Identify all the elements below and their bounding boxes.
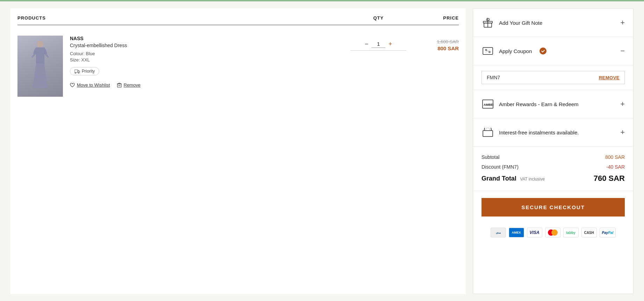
original-price: 1,600 SAR bbox=[406, 39, 459, 44]
product-details: NASS Crystal-embellished Dress Colour: B… bbox=[70, 36, 350, 88]
instalments-row[interactable]: Interest-free instalments available. + bbox=[473, 118, 633, 147]
col-price-header: PRICE bbox=[406, 15, 459, 21]
paypal-payment-icon: PayPal bbox=[600, 228, 616, 237]
amber-rewards-label: Amber Rewards - Earn & Redeem bbox=[499, 101, 579, 107]
product-image bbox=[17, 36, 63, 97]
apply-coupon-label: Apply Coupon bbox=[499, 48, 532, 54]
svg-point-3 bbox=[78, 73, 79, 74]
coupon-remove-btn[interactable]: REMOVE bbox=[599, 75, 620, 80]
heart-icon bbox=[70, 83, 75, 87]
amber-rewards-row[interactable]: AMBER Amber Rewards - Earn & Redeem + bbox=[473, 90, 633, 118]
subtotal-value: 800 SAR bbox=[605, 154, 625, 160]
svg-point-2 bbox=[75, 73, 76, 74]
coupon-icon bbox=[482, 45, 494, 57]
grand-total-label: Grand Total bbox=[482, 175, 516, 182]
grand-total-label-wrapper: Grand Total VAT inclusive bbox=[482, 175, 545, 182]
product-row: NASS Crystal-embellished Dress Colour: B… bbox=[17, 32, 459, 100]
coupon-applied-badge bbox=[540, 47, 547, 54]
priority-label: Priority bbox=[82, 69, 95, 74]
remove-btn[interactable]: Remove bbox=[117, 82, 140, 88]
qty-wrapper: − 1 + bbox=[350, 36, 406, 51]
checkmark-icon bbox=[541, 49, 545, 53]
left-panel: PRODUCTS QTY PRICE bbox=[10, 8, 466, 294]
instalments-icon bbox=[482, 126, 494, 139]
sale-price: 800 SAR bbox=[406, 45, 459, 51]
truck-icon bbox=[74, 69, 80, 74]
col-products-header: PRODUCTS bbox=[17, 15, 350, 21]
gift-note-label: Add Your Gift Note bbox=[499, 20, 542, 26]
instalments-toggle-btn[interactable]: + bbox=[620, 129, 625, 136]
move-to-wishlist-btn[interactable]: Move to Wishlist bbox=[70, 82, 110, 88]
mada-payment-icon: مدى bbox=[491, 228, 506, 237]
trash-icon bbox=[117, 83, 122, 88]
coupon-input-wrapper: FMN7 REMOVE bbox=[482, 71, 625, 84]
product-image-inner bbox=[17, 36, 63, 97]
apply-coupon-row[interactable]: Apply Coupon − bbox=[473, 37, 633, 65]
qty-controls: − 1 + bbox=[350, 39, 406, 49]
discount-label: Discount (FMN7) bbox=[482, 164, 519, 170]
product-actions: Move to Wishlist Remove bbox=[70, 82, 350, 88]
table-header: PRODUCTS QTY PRICE bbox=[17, 15, 459, 25]
grand-total-value: 760 SAR bbox=[594, 174, 625, 183]
amber-rewards-toggle-btn[interactable]: + bbox=[620, 100, 625, 108]
product-size: Size: XXL bbox=[70, 57, 350, 63]
svg-rect-1 bbox=[74, 70, 78, 72]
discount-value: -40 SAR bbox=[606, 164, 625, 170]
cash-payment-icon: CASH bbox=[581, 228, 597, 237]
qty-decrease-btn[interactable]: − bbox=[362, 39, 371, 49]
gift-note-left: Add Your Gift Note bbox=[482, 16, 542, 29]
visa-payment-icon: VISA bbox=[527, 228, 542, 237]
qty-value: 1 bbox=[371, 40, 385, 48]
tabby-payment-icon: tabby bbox=[563, 228, 579, 237]
price-wrapper: 1,600 SAR 800 SAR bbox=[406, 36, 459, 51]
product-brand: NASS bbox=[70, 36, 350, 41]
svg-text:AMBER: AMBER bbox=[484, 103, 493, 107]
col-qty-header: QTY bbox=[350, 15, 406, 21]
svg-rect-4 bbox=[117, 84, 121, 87]
totals-section: Subtotal 800 SAR Discount (FMN7) -40 SAR… bbox=[473, 147, 633, 191]
mastercard-payment-icon bbox=[545, 228, 560, 237]
amber-rewards-icon: AMBER bbox=[482, 98, 494, 110]
main-container: PRODUCTS QTY PRICE bbox=[0, 1, 644, 301]
dress-svg bbox=[28, 41, 52, 90]
right-panel: Add Your Gift Note + Apply Coupon bbox=[473, 8, 634, 294]
subtotal-label: Subtotal bbox=[482, 154, 499, 160]
amex-payment-icon: AMEX bbox=[509, 228, 524, 237]
amber-rewards-left: AMBER Amber Rewards - Earn & Redeem bbox=[482, 98, 579, 110]
product-name: Crystal-embellished Dress bbox=[70, 43, 350, 48]
gift-note-row[interactable]: Add Your Gift Note + bbox=[473, 9, 633, 37]
subtotal-row: Subtotal 800 SAR bbox=[482, 154, 625, 160]
secure-checkout-btn[interactable]: SECURE CHECKOUT bbox=[482, 198, 625, 216]
coupon-input-row: FMN7 REMOVE bbox=[473, 65, 633, 90]
svg-point-0 bbox=[37, 41, 44, 47]
qty-underline bbox=[350, 50, 406, 51]
instalments-label: Interest-free instalments available. bbox=[499, 130, 579, 135]
qty-increase-btn[interactable]: + bbox=[385, 39, 395, 49]
priority-badge[interactable]: Priority bbox=[70, 67, 99, 75]
discount-row: Discount (FMN7) -40 SAR bbox=[482, 164, 625, 170]
coupon-code-display: FMN7 bbox=[487, 75, 500, 80]
payment-icons: مدى AMEX VISA tabby CASH PayPal bbox=[473, 223, 633, 244]
apply-coupon-toggle-btn[interactable]: − bbox=[620, 47, 625, 55]
instalments-left: Interest-free instalments available. bbox=[482, 126, 579, 139]
gift-icon bbox=[482, 16, 494, 29]
gift-note-toggle-btn[interactable]: + bbox=[620, 19, 625, 27]
grand-total-vat: VAT inclusive bbox=[520, 177, 545, 182]
apply-coupon-left: Apply Coupon bbox=[482, 45, 547, 57]
grand-total-row: Grand Total VAT inclusive 760 SAR bbox=[482, 174, 625, 183]
product-colour: Colour: Blue bbox=[70, 51, 350, 56]
svg-rect-12 bbox=[483, 131, 493, 137]
